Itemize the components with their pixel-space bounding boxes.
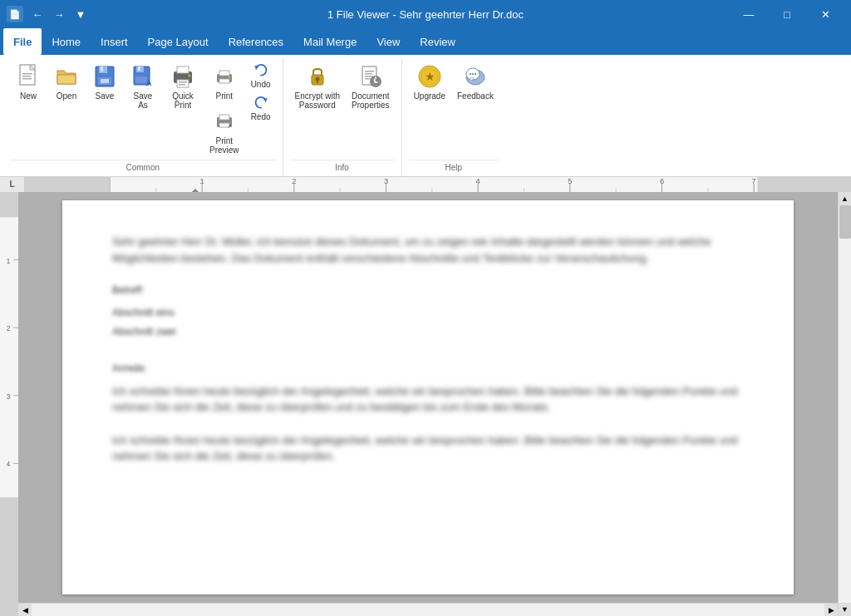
new-button[interactable]: New: [10, 60, 47, 105]
quick-print-label: QuickPrint: [172, 91, 194, 110]
redo-quick-btn[interactable]: →: [50, 5, 68, 23]
quick-access-toolbar: ← → ▼: [28, 5, 90, 23]
undo-quick-btn[interactable]: ←: [28, 5, 47, 23]
svg-point-20: [189, 75, 191, 77]
menu-bar: File Home Insert Page Layout References …: [0, 28, 851, 55]
print-preview-label: PrintPreview: [209, 136, 239, 155]
svg-text:7: 7: [752, 177, 756, 185]
undo-button[interactable]: Undo: [246, 60, 276, 92]
menu-references[interactable]: References: [219, 28, 293, 55]
undo-label: Undo: [251, 80, 271, 90]
svg-point-46: [470, 73, 471, 75]
svg-text:6: 6: [660, 177, 664, 185]
svg-rect-49: [25, 177, 110, 192]
customize-quick-btn[interactable]: ▼: [71, 5, 90, 23]
save-button[interactable]: Save: [86, 60, 123, 105]
print-preview-group: Print ↗ PrintPreview: [204, 60, 244, 158]
right-scroll-track[interactable]: [839, 205, 852, 603]
scroll-left-button[interactable]: ◀: [18, 604, 32, 617]
print-button[interactable]: Print: [204, 60, 244, 105]
svg-rect-26: [219, 115, 229, 120]
save-icon: [91, 63, 118, 90]
svg-rect-2: [22, 73, 32, 75]
maximize-button[interactable]: □: [768, 0, 806, 28]
help-group-label: Help: [409, 160, 499, 175]
close-button[interactable]: ✕: [806, 0, 844, 28]
save-as-icon: A: [130, 63, 156, 90]
encrypt-password-button[interactable]: Encrypt withPassword: [290, 60, 345, 113]
save-label: Save: [96, 91, 115, 101]
title-bar: 📄 ← → ▼ 1 File Viewer - Sehr geehrter He…: [0, 0, 851, 28]
window-title: 1 File Viewer - Sehr geehrter Herr Dr.do…: [327, 8, 524, 21]
scroll-area: Sehr geehrter Herr Dr. Müller, ich benut…: [18, 192, 838, 616]
feedback-icon: [462, 63, 489, 90]
ribbon-group-help: ★ Upgrade Feedback: [402, 58, 505, 176]
menu-review[interactable]: Review: [410, 28, 465, 55]
document-scroll[interactable]: Sehr geehrter Herr Dr. Müller, ich benut…: [18, 192, 838, 603]
common-buttons: New Open Save A SaveAs: [10, 60, 276, 158]
encrypt-icon: [304, 63, 331, 90]
svg-rect-4: [22, 78, 32, 80]
app-icon: 📄: [7, 6, 23, 22]
quick-print-button[interactable]: QuickPrint: [163, 60, 203, 113]
ribbon-group-info: Encrypt withPassword DocumentPrope: [283, 58, 402, 176]
redo-label: Redo: [251, 112, 271, 122]
svg-rect-16: [177, 67, 189, 73]
menu-view[interactable]: View: [366, 28, 410, 55]
svg-text:★: ★: [424, 70, 435, 83]
svg-text:A: A: [146, 79, 152, 87]
doc-paragraph-2: Betreff:: [112, 283, 744, 298]
doc-text-6: Ich schreibe Ihnen heute bezüglich der A…: [112, 383, 744, 416]
open-icon: [53, 63, 80, 90]
svg-rect-77: [0, 497, 18, 616]
menu-mail-merge[interactable]: Mail Merge: [293, 28, 366, 55]
svg-rect-13: [135, 76, 147, 83]
svg-text:2: 2: [7, 325, 11, 333]
redo-button[interactable]: Redo: [246, 92, 276, 125]
feedback-label: Feedback: [457, 91, 494, 101]
main-area: 1 2 3 4 Sehr geehrter Herr Dr. Müller, i…: [0, 192, 851, 616]
svg-rect-22: [219, 71, 229, 76]
svg-rect-9: [101, 79, 109, 83]
doc-paragraph-1: Sehr geehrter Herr Dr. Müller, ich benut…: [112, 234, 744, 266]
doc-text-3: Abschnitt eins: [112, 305, 744, 321]
minimize-button[interactable]: —: [730, 0, 768, 28]
doc-paragraph-7: Ich schreibe Ihnen heute bezüglich der A…: [112, 432, 744, 465]
save-as-label: SaveAs: [134, 91, 153, 110]
vertical-ruler: 1 2 3 4: [0, 192, 18, 616]
svg-point-47: [472, 73, 474, 75]
open-label: Open: [57, 91, 76, 101]
svg-rect-12: [138, 67, 140, 71]
open-button[interactable]: Open: [48, 60, 85, 105]
upgrade-button[interactable]: ★ Upgrade: [409, 60, 450, 105]
scroll-thumb[interactable]: [839, 205, 851, 239]
ruler-container: L 1 2 3 4 5 6 7: [0, 177, 851, 192]
menu-insert[interactable]: Insert: [91, 28, 138, 55]
document-properties-button[interactable]: DocumentProperties: [347, 60, 395, 113]
scroll-up-button[interactable]: ▲: [839, 192, 852, 205]
svg-rect-37: [365, 76, 373, 77]
svg-rect-3: [22, 76, 31, 77]
upgrade-label: Upgrade: [414, 91, 445, 101]
menu-home[interactable]: Home: [42, 28, 91, 55]
right-scrollbar: ▲ ▼: [838, 192, 851, 616]
bottom-scroll-track[interactable]: [32, 604, 824, 617]
scroll-right-button[interactable]: ▶: [824, 604, 838, 617]
svg-text:3: 3: [384, 177, 388, 185]
menu-file[interactable]: File: [3, 28, 42, 55]
svg-rect-17: [177, 80, 189, 87]
svg-rect-18: [179, 81, 187, 83]
window-controls: — □ ✕: [730, 0, 844, 28]
doc-paragraph-5: Anrede:: [112, 361, 744, 377]
redo-icon: [253, 95, 269, 111]
help-buttons: ★ Upgrade Feedback: [409, 60, 499, 158]
print-group: QuickPrint: [163, 60, 203, 113]
print-preview-button[interactable]: ↗ PrintPreview: [204, 105, 244, 158]
feedback-button[interactable]: Feedback: [452, 60, 499, 105]
menu-page-layout[interactable]: Page Layout: [138, 28, 219, 55]
svg-point-48: [475, 73, 476, 75]
scroll-down-button[interactable]: ▼: [839, 603, 852, 616]
save-as-button[interactable]: A SaveAs: [125, 60, 161, 113]
doc-paragraph-3: Abschnitt eins: [112, 305, 744, 321]
doc-text-5: Anrede:: [112, 361, 744, 377]
